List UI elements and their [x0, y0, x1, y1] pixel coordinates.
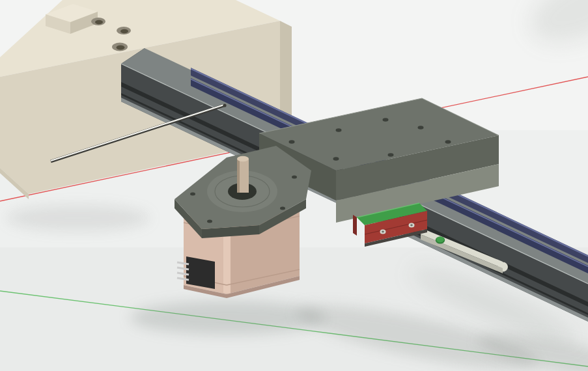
mount-screw-hole — [207, 220, 212, 223]
carriage-screw-hole — [336, 128, 342, 132]
motor-shaft-shade — [237, 159, 240, 193]
carriage-screw-hole — [445, 140, 451, 144]
mount-screw-hole — [280, 207, 285, 210]
bracket-hole-bore — [120, 29, 128, 33]
motor-shadow — [130, 301, 326, 335]
mount-screw-hole — [292, 176, 297, 179]
carriage-screw-hole — [383, 118, 389, 122]
drive-rod-tip — [223, 103, 226, 107]
carriage-screw-hole — [333, 157, 339, 161]
bracket-hole-bore — [117, 46, 125, 50]
bearing-left-end — [353, 215, 357, 236]
bracket-hole-bore — [95, 20, 103, 24]
mount-screw-hole — [190, 193, 195, 196]
rail-hole-green-cap — [436, 237, 444, 243]
carriage-screw-hole — [418, 126, 424, 130]
motor-connector[interactable] — [186, 256, 215, 289]
bearing-screw-center — [382, 231, 384, 233]
cad-viewport[interactable] — [0, 0, 588, 371]
bearing-screw-center — [410, 225, 413, 227]
motor-shaft-top — [237, 156, 249, 161]
bracket-shadow — [7, 205, 150, 231]
carriage-screw-hole — [388, 153, 394, 157]
carriage-screw-hole — [289, 140, 295, 144]
